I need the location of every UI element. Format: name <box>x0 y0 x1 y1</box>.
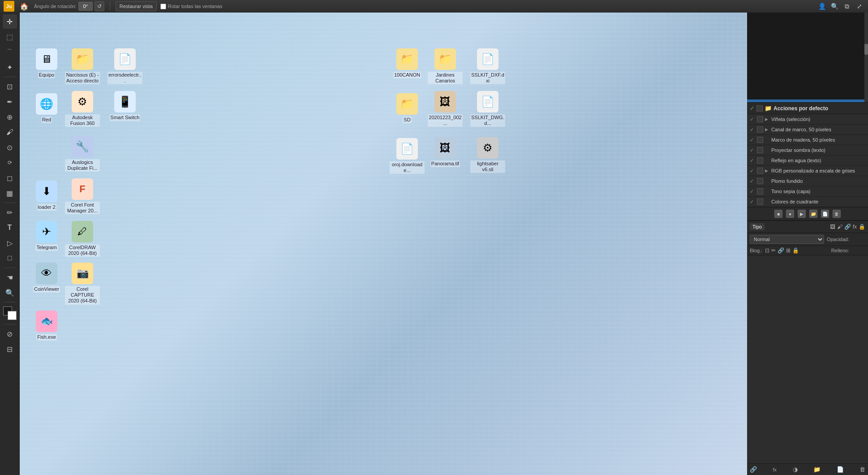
action-check-proyectar: ✓ <box>750 147 755 153</box>
desktop-icon-corel-font[interactable]: F Corel Font Manager 20... <box>64 178 100 214</box>
lock-all-icon[interactable]: 🔒 <box>792 247 799 254</box>
layers-link-icon[interactable]: 🔗 <box>844 224 851 230</box>
color-swatches[interactable] <box>3 307 17 320</box>
tool-move[interactable]: ✛ <box>3 14 17 29</box>
actions-stop-btn[interactable]: ■ <box>774 210 782 218</box>
action-item-vineta[interactable]: ✓ ▶ Viñeta (selección) <box>747 114 868 125</box>
action-check-vineta: ✓ <box>750 117 755 122</box>
action-item-rgb[interactable]: ✓ ▶ RGB personalizado a escala de grises <box>747 166 868 176</box>
tool-stamp[interactable]: ⊙ <box>3 140 17 155</box>
desktop-icon-sslkit-dxf[interactable]: 📄 SSLKIT_DXF.dxi <box>470 48 506 84</box>
rotate-direction-button[interactable]: ↺ <box>95 1 104 11</box>
action-expand-canal[interactable]: ▶ <box>765 127 769 132</box>
actions-new-set-btn[interactable]: 📁 <box>809 210 817 218</box>
rotate-all-checkbox[interactable] <box>160 4 166 9</box>
desktop-icon-panorama[interactable]: 🖼 Panorama.tif <box>427 137 463 167</box>
layers-image-icon[interactable]: 🖼 <box>830 224 835 230</box>
tool-crop[interactable]: ⊡ <box>3 79 17 94</box>
desktop-icon-fish-exe[interactable]: 🐟 Fish.exe <box>29 311 64 341</box>
tab-tipo[interactable]: Tipo <box>750 223 765 230</box>
topbar-separator-1 <box>110 2 110 11</box>
search-icon[interactable]: 🔍 <box>829 1 839 11</box>
desktop-icon-loader2[interactable]: ⬇ loader 2 <box>29 181 64 211</box>
tool-history-brush[interactable]: ⟳ <box>3 155 17 170</box>
tool-heal[interactable]: ⊕ <box>3 110 17 124</box>
desktop-icon-sslkit-dwg[interactable]: 📄 SSLKIT_DWG.d... <box>470 91 506 127</box>
tool-wand[interactable]: ✦ <box>3 60 17 74</box>
layers-delete-icon[interactable]: 🗑 <box>859 466 865 473</box>
tool-gradient[interactable]: ▦ <box>3 186 17 200</box>
restore-view-button[interactable]: Restaurar vista <box>116 1 157 11</box>
desktop-icon-oroj[interactable]: 📄 oroj.downloade... <box>389 138 425 174</box>
tool-path-select[interactable]: ▷ <box>3 236 17 250</box>
action-expand-rgb[interactable]: ▶ <box>765 168 769 173</box>
desktop-icon-sd[interactable]: 📁 SD <box>389 93 425 123</box>
desktop-icon-telegram[interactable]: ✈ Telegram <box>29 221 64 251</box>
layers-new-layer-icon[interactable]: 📄 <box>837 466 844 473</box>
user-icon[interactable]: 👤 <box>817 1 827 11</box>
window-icon[interactable]: ⧉ <box>842 1 852 11</box>
layers-link-footer-icon[interactable]: 🔗 <box>750 466 757 473</box>
lock-transparency-icon[interactable]: ⊡ <box>765 247 769 254</box>
lock-pixels-icon[interactable]: ✏ <box>771 247 776 254</box>
rotate-value-input[interactable]: 0° <box>78 2 93 11</box>
tool-shape[interactable]: □ <box>3 251 17 265</box>
desktop-icon-smart-switch[interactable]: 📱 Smart Switch <box>107 91 143 121</box>
desktop-icon-100canon[interactable]: 📁 100CANON <box>389 48 425 78</box>
layers-adjustment-icon[interactable]: ◑ <box>793 466 798 473</box>
desktop-icon-equipo[interactable]: 🖥 Equipo <box>29 48 64 78</box>
preview-scrollbar[interactable] <box>864 13 868 102</box>
desktop-icon-coreldraw[interactable]: 🖊 CorelDRAW 2020 (64-Bit) <box>64 221 100 257</box>
desktop-icon-red[interactable]: 🌐 Red <box>29 93 64 123</box>
desktop-icon-narcissus[interactable]: 📁 Narcissus (E) - Acceso directo <box>64 48 100 84</box>
desktop-icon-jardines[interactable]: 📁 Jardines Canarios <box>427 48 463 84</box>
tool-screen-mode[interactable]: ⊟ <box>3 342 17 356</box>
desktop-icon-20201223[interactable]: 🖼 20201223_002... <box>427 91 463 127</box>
tool-pen[interactable]: ✏ <box>3 205 17 220</box>
desktop-icon-lightsaber[interactable]: ⚙ lightsaber v6.sli <box>470 137 506 173</box>
layers-fx-footer-icon[interactable]: fx <box>773 467 777 472</box>
desktop-icon-autodesk[interactable]: ⚙ Autodesk Fusion 360 <box>64 91 100 127</box>
layers-brush-icon[interactable]: 🖌 <box>837 224 842 230</box>
action-item-tono[interactable]: ✓ ▶ Tono sepia (capa) <box>747 186 868 197</box>
action-check-colores: ✓ <box>750 199 755 205</box>
action-item-reflejo[interactable]: ✓ ▶ Reflejo en agua (texto) <box>747 155 868 166</box>
action-item-marco[interactable]: ✓ ▶ Marco de madera, 50 píxeles <box>747 135 868 145</box>
layers-fx-icon[interactable]: fx <box>853 224 857 230</box>
tool-text[interactable]: T <box>3 220 17 235</box>
action-square-colores <box>757 199 763 205</box>
tool-separator-1 <box>4 77 16 77</box>
action-check-plomo: ✓ <box>750 178 755 184</box>
tool-eyedropper[interactable]: ✒ <box>3 95 17 109</box>
home-button[interactable]: 🏠 <box>18 0 30 13</box>
desktop-icon-auslogics[interactable]: 🔧 Auslogics Duplicate Fi... <box>64 136 100 172</box>
background-color[interactable] <box>8 311 17 320</box>
action-label-tono: Tono sepia (capa) <box>771 189 865 194</box>
tool-eraser[interactable]: ◻ <box>3 171 17 185</box>
lock-position-icon[interactable]: 🔗 <box>778 247 784 254</box>
actions-delete-btn[interactable]: 🗑 <box>833 210 841 218</box>
actions-new-action-btn[interactable]: 📄 <box>821 210 829 218</box>
expand-icon[interactable]: ⤢ <box>855 1 864 11</box>
tool-select-rect[interactable]: ⬚ <box>3 30 17 44</box>
tool-lasso[interactable]: ⌒ <box>3 45 17 59</box>
action-item-colores[interactable]: ✓ ▶ Colores de cuadrante <box>747 197 868 207</box>
action-item-canal[interactable]: ✓ ▶ Canal de marco, 50 píxeles <box>747 125 868 135</box>
blend-mode-select[interactable]: Normal <box>750 235 824 244</box>
actions-play-btn[interactable]: ▶ <box>798 210 806 218</box>
actions-record-btn[interactable]: ● <box>786 210 794 218</box>
layers-lock-icon[interactable]: 🔒 <box>859 224 865 230</box>
desktop-icon-coinviewer[interactable]: 👁 CoinViewer <box>29 263 64 293</box>
desktop-icon-corel-capture[interactable]: 📷 Corel CAPTURE 2020 (64-Bit) <box>64 263 100 305</box>
desktop-icon-errorsde[interactable]: 📄 errorsdeelectr... <box>107 48 143 84</box>
tool-quickmask[interactable]: ⊘ <box>3 327 17 341</box>
layers-group-icon[interactable]: 📁 <box>813 466 821 473</box>
action-item-plomo[interactable]: ✓ ▶ Plomo fundido <box>747 176 868 186</box>
tool-hand[interactable]: ☚ <box>3 270 17 285</box>
tool-brush[interactable]: 🖌 <box>3 125 17 139</box>
layers-list <box>747 255 868 463</box>
lock-artboard-icon[interactable]: ⊞ <box>786 247 791 254</box>
action-expand-vineta[interactable]: ▶ <box>765 117 769 121</box>
tool-zoom[interactable]: 🔍 <box>3 285 17 300</box>
action-item-proyectar[interactable]: ✓ ▶ Proyectar sombra (texto) <box>747 145 868 155</box>
